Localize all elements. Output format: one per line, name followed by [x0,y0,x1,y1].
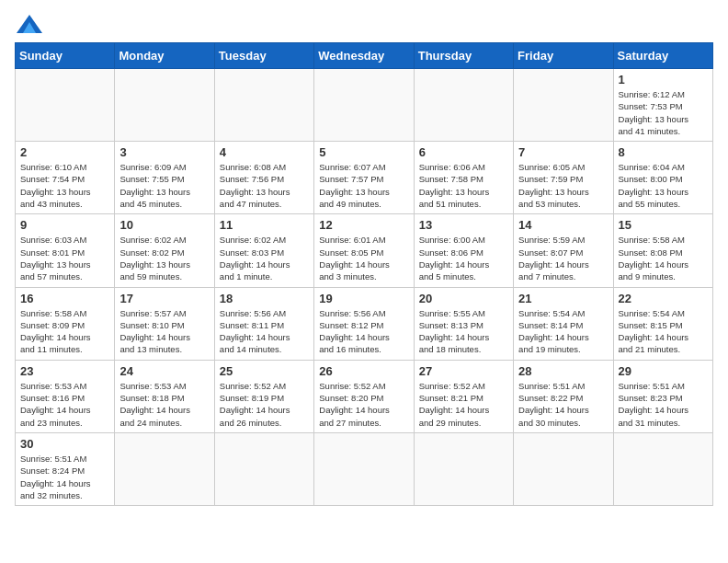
week-row-5: 30Sunrise: 5:51 AM Sunset: 8:24 PM Dayli… [16,432,713,505]
day-info: Sunrise: 5:51 AM Sunset: 8:24 PM Dayligh… [20,453,109,501]
day-cell: 24Sunrise: 5:53 AM Sunset: 8:18 PM Dayli… [115,360,214,432]
header [15,15,713,33]
day-number: 14 [518,218,608,232]
logo [15,15,42,33]
day-cell: 23Sunrise: 5:53 AM Sunset: 8:16 PM Dayli… [16,360,115,432]
day-info: Sunrise: 6:12 AM Sunset: 7:53 PM Dayligh… [619,88,708,137]
day-number: 23 [20,364,109,378]
day-number: 13 [419,218,508,232]
day-number: 12 [319,218,408,232]
day-cell: 9Sunrise: 6:03 AM Sunset: 8:01 PM Daylig… [16,214,115,287]
day-number: 9 [20,218,109,232]
day-number: 18 [220,292,309,305]
day-cell: 13Sunrise: 6:00 AM Sunset: 8:06 PM Dayli… [414,214,513,287]
week-row-1: 2Sunrise: 6:10 AM Sunset: 7:54 PM Daylig… [16,142,713,214]
day-cell: 30Sunrise: 5:51 AM Sunset: 8:24 PM Dayli… [16,432,115,505]
day-cell [613,432,712,505]
weekday-header-sunday: Sunday [16,43,115,69]
day-number: 16 [20,292,109,305]
day-cell: 6Sunrise: 6:06 AM Sunset: 7:58 PM Daylig… [414,142,513,214]
day-number: 24 [119,364,209,378]
day-number: 20 [419,292,508,305]
day-info: Sunrise: 5:51 AM Sunset: 8:23 PM Dayligh… [619,380,708,429]
week-row-0: 1Sunrise: 6:12 AM Sunset: 7:53 PM Daylig… [16,69,713,142]
day-cell: 8Sunrise: 6:04 AM Sunset: 8:00 PM Daylig… [613,142,712,214]
day-info: Sunrise: 5:53 AM Sunset: 8:16 PM Dayligh… [20,380,109,429]
day-cell: 12Sunrise: 6:01 AM Sunset: 8:05 PM Dayli… [314,214,414,287]
day-number: 7 [518,145,608,159]
day-number: 19 [319,292,408,305]
day-cell: 21Sunrise: 5:54 AM Sunset: 8:14 PM Dayli… [514,287,613,360]
day-cell [414,69,513,142]
day-cell: 4Sunrise: 6:08 AM Sunset: 7:56 PM Daylig… [214,142,313,214]
day-cell [16,69,115,142]
day-info: Sunrise: 5:56 AM Sunset: 8:12 PM Dayligh… [319,307,408,356]
day-info: Sunrise: 5:57 AM Sunset: 8:10 PM Dayligh… [119,307,209,356]
day-info: Sunrise: 6:02 AM Sunset: 8:02 PM Dayligh… [119,234,209,282]
day-cell [414,432,513,505]
day-info: Sunrise: 6:07 AM Sunset: 7:57 PM Dayligh… [319,161,408,210]
day-info: Sunrise: 6:05 AM Sunset: 7:59 PM Dayligh… [518,161,608,210]
weekday-header-row: SundayMondayTuesdayWednesdayThursdayFrid… [16,43,713,69]
day-info: Sunrise: 5:59 AM Sunset: 8:07 PM Dayligh… [518,234,608,282]
day-cell [514,69,613,142]
day-info: Sunrise: 6:08 AM Sunset: 7:56 PM Dayligh… [220,161,309,210]
day-info: Sunrise: 6:00 AM Sunset: 8:06 PM Dayligh… [419,234,508,282]
day-number: 10 [119,218,209,232]
day-info: Sunrise: 5:53 AM Sunset: 8:18 PM Dayligh… [119,380,209,429]
day-number: 5 [319,145,408,159]
day-cell: 20Sunrise: 5:55 AM Sunset: 8:13 PM Dayli… [414,287,513,360]
day-info: Sunrise: 5:58 AM Sunset: 8:09 PM Dayligh… [20,307,109,356]
day-number: 11 [220,218,309,232]
day-cell [214,432,313,505]
day-number: 26 [319,364,408,378]
day-cell: 7Sunrise: 6:05 AM Sunset: 7:59 PM Daylig… [514,142,613,214]
day-cell [314,432,414,505]
day-number: 30 [20,437,109,451]
day-info: Sunrise: 6:04 AM Sunset: 8:00 PM Dayligh… [619,161,708,210]
day-cell [214,69,313,142]
day-cell: 14Sunrise: 5:59 AM Sunset: 8:07 PM Dayli… [514,214,613,287]
day-number: 28 [518,364,608,378]
day-number: 17 [119,292,209,305]
day-info: Sunrise: 6:01 AM Sunset: 8:05 PM Dayligh… [319,234,408,282]
weekday-header-friday: Friday [514,43,613,69]
day-cell: 27Sunrise: 5:52 AM Sunset: 8:21 PM Dayli… [414,360,513,432]
day-info: Sunrise: 5:52 AM Sunset: 8:20 PM Dayligh… [319,380,408,429]
day-info: Sunrise: 6:06 AM Sunset: 7:58 PM Dayligh… [419,161,508,210]
day-cell: 25Sunrise: 5:52 AM Sunset: 8:19 PM Dayli… [214,360,313,432]
calendar: SundayMondayTuesdayWednesdayThursdayFrid… [15,42,713,506]
day-info: Sunrise: 5:52 AM Sunset: 8:21 PM Dayligh… [419,380,508,429]
weekday-header-monday: Monday [115,43,214,69]
day-number: 4 [220,145,309,159]
weekday-header-tuesday: Tuesday [214,43,313,69]
day-cell [115,69,214,142]
day-cell [514,432,613,505]
day-info: Sunrise: 6:03 AM Sunset: 8:01 PM Dayligh… [20,234,109,282]
day-cell: 26Sunrise: 5:52 AM Sunset: 8:20 PM Dayli… [314,360,414,432]
day-number: 1 [619,73,708,86]
logo-icon [17,15,42,33]
day-info: Sunrise: 5:51 AM Sunset: 8:22 PM Dayligh… [518,380,608,429]
day-cell: 17Sunrise: 5:57 AM Sunset: 8:10 PM Dayli… [115,287,214,360]
day-cell [314,69,414,142]
day-cell: 28Sunrise: 5:51 AM Sunset: 8:22 PM Dayli… [514,360,613,432]
day-number: 25 [220,364,309,378]
weekday-header-wednesday: Wednesday [314,43,414,69]
day-number: 27 [419,364,508,378]
day-cell: 2Sunrise: 6:10 AM Sunset: 7:54 PM Daylig… [16,142,115,214]
day-number: 15 [619,218,708,232]
week-row-3: 16Sunrise: 5:58 AM Sunset: 8:09 PM Dayli… [16,287,713,360]
day-cell: 16Sunrise: 5:58 AM Sunset: 8:09 PM Dayli… [16,287,115,360]
day-info: Sunrise: 6:10 AM Sunset: 7:54 PM Dayligh… [20,161,109,210]
day-cell: 5Sunrise: 6:07 AM Sunset: 7:57 PM Daylig… [314,142,414,214]
day-number: 8 [619,145,708,159]
day-number: 3 [119,145,209,159]
day-cell: 3Sunrise: 6:09 AM Sunset: 7:55 PM Daylig… [115,142,214,214]
day-cell: 22Sunrise: 5:54 AM Sunset: 8:15 PM Dayli… [613,287,712,360]
day-number: 6 [419,145,508,159]
day-info: Sunrise: 5:55 AM Sunset: 8:13 PM Dayligh… [419,307,508,356]
day-cell: 29Sunrise: 5:51 AM Sunset: 8:23 PM Dayli… [613,360,712,432]
day-number: 22 [619,292,708,305]
day-cell: 1Sunrise: 6:12 AM Sunset: 7:53 PM Daylig… [613,69,712,142]
